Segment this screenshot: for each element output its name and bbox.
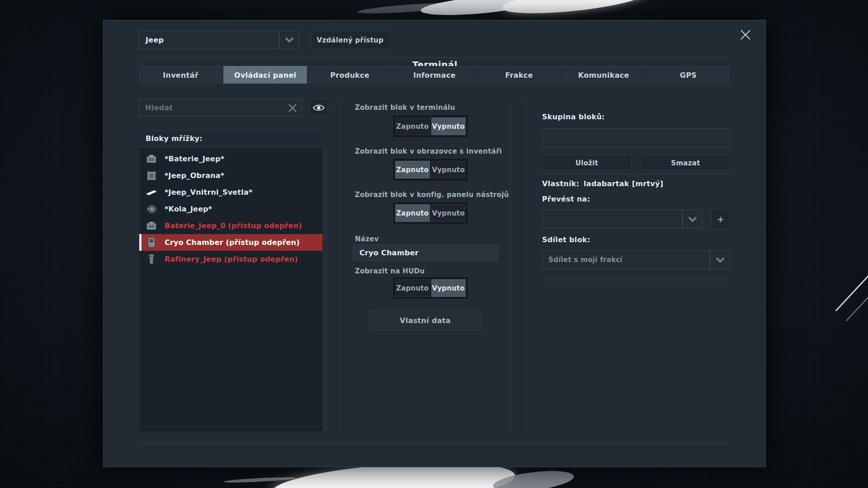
divider (139, 57, 730, 58)
clear-search-icon[interactable] (283, 99, 302, 116)
toggle-on-button[interactable]: Zapnuto (395, 279, 430, 297)
grid-selector-value: Jeep (139, 36, 279, 44)
tab-bar: Inventář Ovládací panel Produkce Informa… (139, 66, 730, 84)
add-owner-button[interactable]: + (711, 210, 730, 229)
toggle-label: Zobrazit blok v konfig. panelu nástrojů (355, 191, 509, 199)
close-button[interactable] (736, 25, 755, 45)
tab-produkce[interactable]: Produkce (308, 66, 392, 84)
search-field (139, 99, 302, 117)
toggle-off-button[interactable]: Vypnuto (431, 117, 466, 135)
toggle-on-button[interactable]: Zapnuto (395, 161, 430, 178)
block-group-label: Skupina bloků: (542, 113, 605, 121)
custom-data-button[interactable]: Vlastní data (368, 310, 482, 331)
toggle-off-button[interactable]: Vypnuto (431, 161, 466, 178)
block-name: *Kola_Jeep* (165, 205, 212, 213)
toggle-off-button[interactable]: Vypnuto (431, 279, 466, 297)
divider (542, 280, 730, 280)
block-list-scrollbar[interactable] (324, 147, 328, 432)
close-icon (740, 29, 751, 41)
list-item[interactable]: *Kola_Jeep* (139, 201, 322, 217)
divider (139, 443, 730, 444)
battery-icon (145, 153, 158, 165)
transfer-to-dropdown[interactable] (542, 210, 703, 229)
toggle-label: Zobrazit na HUDu (355, 267, 425, 275)
toggle-show-in-terminal: Zapnuto Vypnuto (393, 116, 467, 137)
cryo-chamber-icon (145, 237, 158, 249)
divider (510, 99, 510, 432)
list-item[interactable]: *Jeep_Vnitrni_Svetla* (139, 184, 322, 201)
block-group-input[interactable] (542, 128, 730, 147)
divider (527, 99, 528, 432)
battery-icon (145, 220, 158, 232)
list-item[interactable]: *Baterie_Jeep* (139, 150, 322, 167)
save-button[interactable]: Uložit (542, 155, 632, 171)
block-name-input[interactable] (353, 244, 499, 261)
divider (542, 174, 730, 174)
toggle-show-in-inventory-screen: Zapnuto Vypnuto (393, 159, 467, 180)
toggle-off-button[interactable]: Vypnuto (431, 204, 466, 222)
block-name: *Baterie_Jeep* (165, 155, 224, 163)
remote-access-button[interactable]: Vzdálený přístup (311, 31, 390, 49)
list-item[interactable]: Baterie_Jeep_0 (přístup odepřen) (139, 217, 322, 234)
block-name: Rafinery_Jeep (přístup odepřen) (165, 255, 298, 263)
armor-block-icon (145, 170, 158, 182)
block-name: *Jeep_Obrana* (165, 171, 224, 180)
toggle-on-button[interactable]: Zapnuto (395, 117, 430, 135)
list-item[interactable]: *Jeep_Obrana* (139, 167, 322, 184)
share-block-dropdown[interactable]: Sdílet s mojí frakcí (542, 250, 730, 269)
tab-ovladaci-panel[interactable]: Ovládací panel (223, 66, 307, 84)
light-streak (835, 268, 868, 312)
light-streak (501, 0, 647, 19)
tab-gps[interactable]: GPS (646, 66, 730, 84)
divider (340, 99, 340, 432)
transfer-to-label: Převést na: (542, 195, 590, 203)
terminal-window: Jeep Vzdálený přístup Terminál Inventář … (103, 20, 766, 467)
eye-icon (312, 104, 325, 112)
toggle-label: Zobrazit blok v obrazovce s inventáři (355, 147, 502, 155)
delete-button[interactable]: Smazat (641, 155, 730, 171)
tab-informace[interactable]: Informace (392, 66, 476, 84)
interior-light-icon (145, 187, 158, 198)
list-item[interactable]: Rafinery_Jeep (přístup odepřen) (139, 251, 322, 267)
share-block-value: Sdílet s mojí frakcí (542, 256, 710, 264)
owner-value: ladabartak [mrtvý] (584, 179, 663, 188)
block-list-header: Bloky mřížky: (139, 130, 323, 146)
wheel-icon (145, 203, 158, 215)
toggle-show-on-hud: Zapnuto Vypnuto (393, 277, 467, 299)
toggle-label: Zobrazit blok v terminálu (355, 103, 455, 112)
refinery-icon (145, 253, 158, 265)
chevron-down-icon (710, 251, 730, 269)
name-field-label: Název (355, 235, 379, 243)
block-name: Cryo Chamber (přístup odepřen) (165, 238, 300, 247)
tab-komunikace[interactable]: Komunikace (562, 66, 646, 84)
show-hidden-blocks-button[interactable] (309, 99, 328, 117)
owner-label: Vlastník: (542, 179, 579, 188)
search-input[interactable] (139, 99, 283, 116)
tab-frakce[interactable]: Frakce (477, 66, 561, 84)
chevron-down-icon (682, 210, 702, 228)
toggle-show-in-toolbar-config: Zapnuto Vypnuto (393, 202, 467, 224)
toggle-on-button[interactable]: Zapnuto (395, 204, 430, 222)
share-block-label: Sdílet blok: (542, 235, 590, 244)
tab-inventar[interactable]: Inventář (139, 66, 222, 84)
list-item-selected[interactable]: Cryo Chamber (přístup odepřen) (139, 234, 322, 251)
block-name: Baterie_Jeep_0 (přístup odepřen) (165, 221, 302, 230)
grid-selector-dropdown[interactable]: Jeep (139, 31, 299, 49)
chevron-down-icon (279, 31, 299, 49)
block-list: *Baterie_Jeep* *Jeep_Obrana* *Jeep_Vnitr… (139, 147, 323, 432)
block-name: *Jeep_Vnitrni_Svetla* (165, 188, 252, 197)
